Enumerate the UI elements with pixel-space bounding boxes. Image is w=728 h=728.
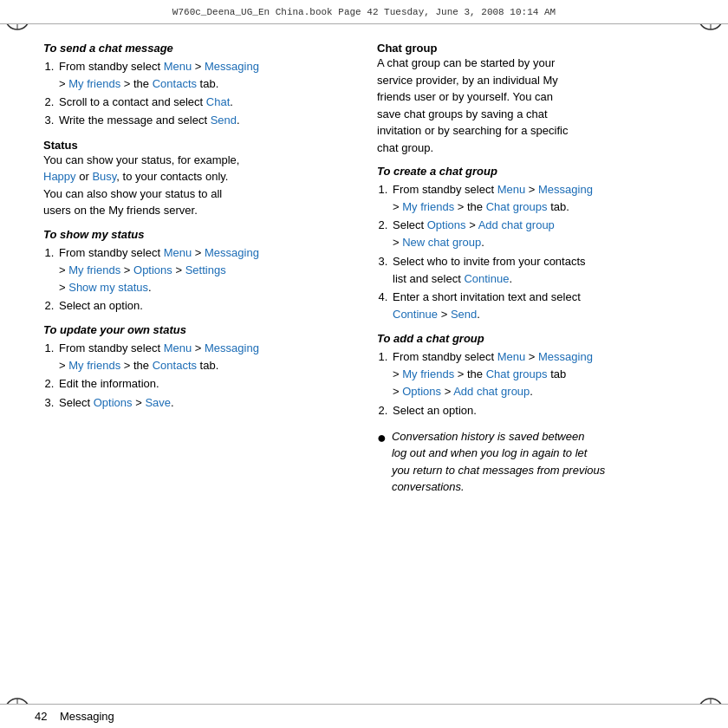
create-group-step-3: Select who to invite from your contacts … xyxy=(391,253,685,288)
link-settings: Settings xyxy=(185,263,226,276)
send-chat-step-1: From standby select Menu > Messaging > M… xyxy=(57,58,351,93)
link-new-chat-group: New chat group xyxy=(402,236,481,249)
link-happy: Happy xyxy=(43,170,76,183)
chat-group-title: Chat group xyxy=(377,42,685,55)
show-status-title: To show my status xyxy=(43,228,351,241)
update-status-title: To update your own status xyxy=(43,323,351,336)
left-column: To send a chat message From standby sele… xyxy=(43,42,368,695)
footer-bar: 42 Messaging xyxy=(0,704,728,728)
right-column: Chat group A chat group can be started b… xyxy=(368,42,685,695)
show-status-steps: From standby select Menu > Messaging > M… xyxy=(57,244,351,315)
link-contacts-1: Contacts xyxy=(153,77,197,90)
create-chat-group-title: To create a chat group xyxy=(377,165,685,178)
header-bar: W760c_Deena_UG_En China.book Page 42 Tue… xyxy=(0,0,728,24)
link-chat-groups-1: Chat groups xyxy=(486,200,548,213)
link-options-1: Options xyxy=(133,263,172,276)
note-text: Conversation history is saved between lo… xyxy=(392,428,605,496)
section-send-chat-title: To send a chat message xyxy=(43,42,351,55)
create-group-step-2: Select Options > Add chat group > New ch… xyxy=(391,217,685,251)
link-chat-1: Chat xyxy=(206,95,230,108)
link-save: Save xyxy=(145,396,171,409)
link-menu-3: Menu xyxy=(164,341,192,354)
link-menu-5: Menu xyxy=(497,350,526,363)
chat-group-para: A chat group can be started by your serv… xyxy=(377,55,685,156)
status-section: Status You can show your status, for exa… xyxy=(43,139,351,219)
link-messaging-2: Messaging xyxy=(205,246,259,259)
status-title: Status xyxy=(43,139,351,152)
link-continue-2: Continue xyxy=(393,308,438,321)
main-content: To send a chat message From standby sele… xyxy=(35,24,693,704)
footer-page-number: 42 xyxy=(35,710,47,723)
link-myfriends-3: My friends xyxy=(68,359,120,372)
show-status-step-2: Select an option. xyxy=(57,297,351,315)
update-status-step-2: Edit the information. xyxy=(57,375,351,393)
link-options-2: Options xyxy=(94,396,133,409)
show-status-step-1: From standby select Menu > Messaging > M… xyxy=(57,244,351,296)
update-status-step-1: From standby select Menu > Messaging > M… xyxy=(57,340,351,374)
link-menu-4: Menu xyxy=(497,183,526,196)
link-send-1: Send xyxy=(211,114,237,127)
link-menu-1: Menu xyxy=(164,60,192,73)
create-group-step-4: Enter a short invitation text and select… xyxy=(391,289,685,323)
add-group-step-1: From standby select Menu > Messaging > M… xyxy=(391,348,685,400)
link-contacts-2: Contacts xyxy=(153,359,197,372)
link-chat-groups-2: Chat groups xyxy=(486,367,548,380)
send-chat-step-3: Write the message and select Send. xyxy=(57,112,351,129)
note-box: ● Conversation history is saved between … xyxy=(377,428,685,496)
update-status-step-3: Select Options > Save. xyxy=(57,394,351,412)
link-myfriends-2: My friends xyxy=(68,263,120,276)
create-group-step-1: From standby select Menu > Messaging > M… xyxy=(391,181,685,216)
link-send-2: Send xyxy=(451,308,477,321)
link-show-my-status: Show my status xyxy=(68,281,148,294)
link-messaging-3: Messaging xyxy=(205,341,259,354)
link-myfriends-4: My friends xyxy=(402,200,454,213)
status-para: You can show your status, for example, H… xyxy=(43,152,351,219)
link-myfriends-1: My friends xyxy=(68,77,120,90)
link-messaging-4: Messaging xyxy=(538,183,593,196)
link-messaging-5: Messaging xyxy=(538,350,593,363)
create-chat-group-steps: From standby select Menu > Messaging > M… xyxy=(391,181,685,323)
add-chat-group-steps: From standby select Menu > Messaging > M… xyxy=(391,348,685,419)
link-busy: Busy xyxy=(92,170,116,183)
send-chat-step-2: Scroll to a contact and select Chat. xyxy=(57,94,351,111)
footer-section: Messaging xyxy=(60,710,114,723)
link-messaging-1: Messaging xyxy=(205,60,259,73)
header-text: W760c_Deena_UG_En China.book Page 42 Tue… xyxy=(172,7,556,17)
update-status-steps: From standby select Menu > Messaging > M… xyxy=(57,340,351,412)
link-add-chat-group-2: Add chat group xyxy=(453,385,530,398)
link-myfriends-5: My friends xyxy=(402,367,454,380)
note-icon: ● xyxy=(377,430,387,445)
send-chat-steps: From standby select Menu > Messaging > M… xyxy=(57,58,351,130)
link-options-4: Options xyxy=(402,385,441,398)
link-options-3: Options xyxy=(427,218,466,231)
add-group-step-2: Select an option. xyxy=(391,402,685,419)
link-add-chat-group-1: Add chat group xyxy=(478,218,555,231)
add-chat-group-title: To add a chat group xyxy=(377,332,685,345)
link-continue-1: Continue xyxy=(464,272,509,285)
link-menu-2: Menu xyxy=(164,246,192,259)
